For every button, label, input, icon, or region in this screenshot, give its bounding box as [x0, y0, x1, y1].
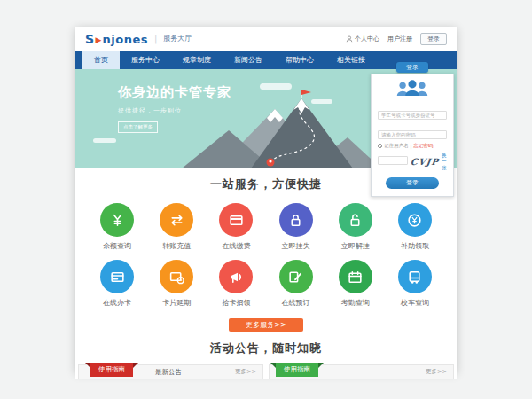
service-item-2[interactable]: 在线缴费: [208, 203, 263, 251]
lock-icon: [279, 203, 313, 237]
nav-item-4[interactable]: 帮助中心: [274, 51, 325, 69]
pencil-icon: [279, 260, 313, 293]
user-center-label: 个人中心: [355, 35, 379, 43]
person-icon: [346, 35, 353, 43]
bus-icon: [398, 260, 432, 293]
header-right: 个人中心 用户注册 登录: [346, 33, 447, 45]
card-icon: [100, 260, 134, 293]
megaphone-icon: [219, 260, 253, 293]
username-input[interactable]: [378, 111, 447, 120]
announcements-section: 活动公告，随时知晓 使用指南 最新公告 更多>> 使用指南 更多>>: [75, 340, 457, 379]
remember-label: 记住用户名: [384, 143, 409, 149]
guide-panel-right: 使用指南 更多>>: [269, 364, 454, 379]
header-login-button[interactable]: 登录: [420, 33, 447, 45]
service-label: 在线预订: [269, 298, 324, 308]
register-link[interactable]: 用户注册: [387, 35, 412, 43]
service-item-9[interactable]: 在线预订: [269, 260, 324, 308]
transfer-icon: [160, 203, 193, 237]
more-link-left[interactable]: 更多>>: [235, 368, 256, 376]
guide-ribbon-red[interactable]: 使用指南: [90, 363, 133, 377]
cloud-shape: [93, 138, 116, 143]
guide-ribbon-green[interactable]: 使用指南: [276, 363, 318, 377]
service-label: 校车查询: [387, 298, 442, 308]
service-label: 余额查询: [90, 241, 145, 251]
captcha-input[interactable]: [378, 156, 408, 165]
logo[interactable]: S ▶ njones: [85, 32, 148, 46]
service-label: 在线办卡: [90, 298, 145, 308]
remember-checkbox[interactable]: [378, 144, 382, 148]
login-form: 记住用户名 | 忘记密码 CVJP 换一张 登录: [371, 74, 454, 197]
service-label: 立即挂失: [269, 241, 324, 251]
service-label: 考勤查询: [328, 298, 383, 308]
service-item-4[interactable]: 立即解挂: [328, 203, 383, 251]
service-label: 卡片延期: [149, 298, 204, 308]
service-label: 补助领取: [387, 241, 442, 251]
hero-cta-button[interactable]: 点击了解更多: [118, 121, 158, 133]
nav-item-5[interactable]: 相关链接: [325, 51, 377, 69]
service-item-10[interactable]: 考勤查询: [328, 260, 383, 308]
guide-panel-right-header: 使用指南 更多>>: [269, 364, 454, 379]
captcha-row: CVJP 换一张: [378, 153, 447, 171]
register-label: 用户注册: [387, 35, 412, 43]
password-input[interactable]: [378, 130, 447, 139]
logo-text-s: S: [85, 32, 95, 46]
yen-icon: [100, 203, 134, 237]
forgot-password-link[interactable]: 忘记密码: [413, 143, 433, 149]
announcement-panels: 使用指南 最新公告 更多>> 使用指南 更多>>: [75, 364, 457, 379]
top-header: S ▶ njones | 服务大厅 个人中心 用户注册 登录: [75, 27, 457, 51]
user-center-link[interactable]: 个人中心: [346, 35, 379, 43]
hero-text: 你身边的卡管专家 提供捷径，一步到位 点击了解更多: [118, 84, 231, 133]
calendar-icon: [339, 260, 372, 293]
header-divider: |: [154, 34, 157, 43]
service-item-8[interactable]: 拾卡招领: [208, 260, 263, 308]
logo-arrow-icon: ▶: [96, 35, 102, 44]
nav-item-3[interactable]: 新闻公告: [223, 51, 274, 69]
guide-panel-left: 使用指南 最新公告 更多>>: [78, 364, 263, 379]
nav-item-0[interactable]: 首页: [82, 51, 120, 69]
service-item-6[interactable]: 在线办卡: [90, 260, 145, 308]
login-tab[interactable]: 登录: [396, 62, 428, 73]
service-label: 在线缴费: [208, 241, 263, 251]
nav-item-2[interactable]: 规章制度: [171, 51, 223, 69]
announcements-title: 活动公告，随时知晓: [75, 340, 457, 356]
service-item-11[interactable]: 校车查询: [387, 260, 442, 308]
captcha-refresh-link[interactable]: 换一张: [442, 153, 447, 171]
login-panel: 登录 记住用户名 | 忘记密码 CVJP 换一张: [371, 62, 454, 197]
coin-icon: [398, 203, 432, 237]
login-submit-button[interactable]: 登录: [386, 177, 439, 189]
portal-page: S ▶ njones | 服务大厅 个人中心 用户注册 登录 首页服务中心规章制…: [75, 27, 457, 372]
service-label: 转账充值: [149, 241, 204, 251]
hero-subtitle: 提供捷径，一步到位: [118, 106, 231, 115]
service-item-5[interactable]: 补助领取: [387, 203, 442, 251]
card-pay-icon: [219, 203, 253, 237]
service-item-1[interactable]: 转账充值: [149, 203, 204, 251]
site-name: 服务大厅: [163, 34, 192, 43]
services-grid: 余额查询转账充值在线缴费立即挂失立即解挂补助领取在线办卡卡片延期拾卡招领在线预订…: [75, 194, 457, 308]
more-services-button[interactable]: 更多服务>>: [229, 318, 303, 332]
service-label: 拾卡招领: [208, 298, 263, 308]
login-options: 记住用户名 | 忘记密码: [378, 143, 447, 149]
unlock-icon: [339, 203, 372, 237]
nav-item-1[interactable]: 服务中心: [120, 51, 171, 69]
options-separator: |: [411, 144, 412, 149]
service-item-0[interactable]: 余额查询: [90, 203, 145, 251]
card-clock-icon: [160, 260, 193, 293]
users-icon: [378, 79, 447, 100]
more-link-right[interactable]: 更多>>: [426, 368, 447, 376]
logo-text-rest: njones: [103, 33, 148, 46]
hero-title: 你身边的卡管专家: [118, 84, 231, 101]
captcha-image: CVJP: [410, 157, 440, 167]
service-item-7[interactable]: 卡片延期: [149, 260, 204, 308]
guide-panel-left-header: 使用指南 最新公告 更多>>: [78, 364, 263, 379]
service-item-3[interactable]: 立即挂失: [269, 203, 324, 251]
service-label: 立即解挂: [328, 241, 383, 251]
latest-announcements-tab[interactable]: 最新公告: [155, 368, 182, 377]
